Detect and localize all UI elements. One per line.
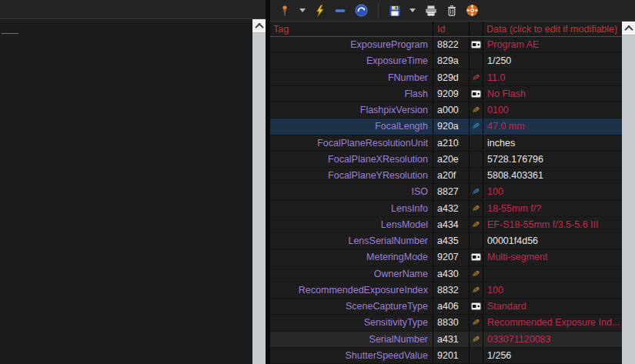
chevron-down-icon [299, 8, 306, 12]
icon-cell[interactable]: ✎ [470, 119, 483, 134]
tag-cell[interactable]: LensModel [270, 217, 433, 232]
data-cell[interactable] [483, 266, 622, 282]
icon-cell[interactable]: ✎ [470, 315, 483, 330]
tag-cell[interactable]: FNumber [270, 70, 433, 85]
sync-button[interactable] [353, 2, 369, 19]
list-choice-icon[interactable] [470, 37, 483, 52]
edit-pencil-icon: ✎ [472, 72, 481, 82]
tag-cell[interactable]: Flash [270, 86, 433, 102]
table-scrollbar[interactable] [622, 22, 635, 364]
table-row[interactable]: FlashpixVersion a000 ✎ 0100 [270, 102, 622, 119]
data-cell[interactable]: 1/250 [483, 53, 622, 68]
data-cell[interactable]: 100 [483, 282, 622, 298]
table-row[interactable]: LensSerialNumber a435 00001f4d56 [270, 233, 622, 249]
column-header-id[interactable]: Id [433, 22, 470, 36]
pin-dropdown-button[interactable] [298, 2, 307, 19]
id-cell: a20f [433, 168, 470, 183]
table-row[interactable]: FocalPlaneYResolution a20f 5808.403361 [270, 168, 622, 184]
data-cell[interactable]: 033071120083 [483, 332, 622, 347]
icon-cell[interactable]: ✎ [470, 266, 483, 282]
column-header-data[interactable]: Data (click to edit if modifiable) [483, 22, 622, 36]
list-choice-icon[interactable] [470, 299, 483, 314]
data-cell[interactable]: Multi-segment [483, 249, 622, 265]
table-row[interactable]: RecommendedExposureIndex 8832 ✎ 100 [270, 282, 622, 299]
data-cell[interactable]: 5728.176796 [483, 152, 622, 167]
table-row[interactable]: SerialNumber a431 ✎ 033071120083 [270, 332, 622, 348]
table-row[interactable]: FNumber 829d ✎ 11.0 [270, 70, 622, 86]
data-cell[interactable]: 18-55mm f/? [483, 201, 622, 216]
data-cell[interactable]: inches [483, 135, 622, 151]
column-header-icon[interactable] [470, 22, 483, 36]
data-cell[interactable]: 100 [483, 184, 622, 199]
help-button[interactable] [464, 2, 480, 19]
id-cell: 8822 [433, 37, 470, 52]
table-row[interactable]: SensitivityType 8830 ✎ Recommended Expos… [270, 315, 622, 331]
table-row[interactable]: OwnerName a430 ✎ [270, 266, 622, 282]
icon-cell[interactable]: ✎ [470, 70, 483, 85]
tag-cell[interactable]: SceneCaptureType [270, 299, 433, 314]
data-cell[interactable]: EF-S18-55mm f/3.5-5.6 III [483, 217, 622, 232]
tag-cell[interactable]: FocalPlaneYResolution [270, 168, 433, 183]
icon-cell[interactable]: ✎ [470, 282, 483, 298]
data-cell[interactable]: 1/256 [483, 348, 622, 363]
table-row[interactable]: LensInfo a432 ✎ 18-55mm f/? [270, 201, 622, 217]
tag-cell[interactable]: MeteringMode [270, 249, 433, 265]
list-choice-icon[interactable] [470, 249, 483, 265]
table-row[interactable]: ShutterSpeedValue 9201 1/256 [270, 348, 622, 364]
data-cell[interactable]: Standard [483, 299, 622, 314]
tag-cell[interactable]: RecommendedExposureIndex [270, 282, 433, 298]
data-cell[interactable]: 5808.403361 [483, 168, 622, 183]
data-cell[interactable]: Recommended Exposure Ind... [483, 315, 622, 330]
tag-cell[interactable]: FocalPlaneXResolution [270, 152, 433, 167]
list-choice-icon[interactable] [470, 86, 483, 102]
icon-cell[interactable]: ✎ [470, 201, 483, 216]
table-row[interactable]: ExposureProgram 8822 Program AE [270, 37, 622, 53]
table-row[interactable]: LensModel a434 ✎ EF-S18-55mm f/3.5-5.6 I… [270, 217, 622, 233]
data-cell[interactable]: 00001f4d56 [483, 233, 622, 249]
tag-cell[interactable]: FlashpixVersion [270, 102, 433, 118]
file-tree-panel[interactable] [0, 19, 252, 364]
print-button[interactable] [423, 2, 439, 19]
edit-pencil-icon: ✎ [472, 203, 481, 213]
table-row[interactable]: ISO 8827 ✎ 100 [270, 184, 622, 200]
left-panel-scrollbar[interactable] [252, 19, 266, 364]
data-cell[interactable]: 11.0 [483, 70, 622, 85]
tag-cell[interactable]: SerialNumber [270, 332, 433, 347]
edit-pencil-icon: ✎ [472, 318, 481, 328]
tag-cell[interactable]: LensSerialNumber [270, 233, 433, 249]
minus-button[interactable] [333, 2, 348, 19]
table-row[interactable]: SceneCaptureType a406 Standard [270, 299, 622, 315]
scroll-up-button[interactable] [252, 19, 266, 33]
tag-cell[interactable]: ISO [270, 184, 433, 199]
delete-button[interactable] [445, 2, 459, 19]
table-row[interactable]: ExposureTime 829a 1/250 [270, 53, 622, 69]
icon-cell[interactable]: ✎ [470, 102, 483, 118]
tag-cell[interactable]: OwnerName [270, 266, 433, 282]
table-row[interactable]: FocalPlaneXResolution a20e 5728.176796 [270, 152, 622, 168]
icon-cell[interactable]: ✎ [470, 332, 483, 347]
data-cell[interactable]: 0100 [483, 102, 622, 118]
table-row[interactable]: FocalPlaneResolutionUnit a210 inches [270, 135, 622, 152]
tag-cell[interactable]: FocalLength [270, 119, 433, 134]
data-cell[interactable]: No Flash [483, 86, 622, 102]
id-cell: a406 [433, 299, 470, 314]
table-row[interactable]: MeteringMode 9207 Multi-segment [270, 249, 622, 265]
data-cell[interactable]: Program AE [483, 37, 622, 52]
tag-cell[interactable]: ExposureTime [270, 53, 433, 68]
icon-cell[interactable]: ✎ [470, 184, 483, 199]
tag-cell[interactable]: FocalPlaneResolutionUnit [270, 135, 433, 151]
table-row[interactable]: Flash 9209 No Flash [270, 86, 622, 102]
tag-cell[interactable]: ExposureProgram [270, 37, 433, 52]
table-row[interactable]: FocalLength 920a ✎ 47.0 mm [270, 119, 622, 135]
save-button[interactable] [387, 2, 403, 19]
flash-button[interactable] [312, 2, 327, 19]
tag-cell[interactable]: ShutterSpeedValue [270, 348, 433, 363]
tag-cell[interactable]: LensInfo [270, 201, 433, 216]
save-dropdown-button[interactable] [408, 2, 417, 19]
icon-cell[interactable]: ✎ [470, 217, 483, 232]
pin-button[interactable] [277, 2, 292, 19]
tag-cell[interactable]: SensitivityType [270, 315, 433, 330]
scroll-up-button[interactable] [622, 22, 635, 35]
column-header-tag[interactable]: Tag [270, 22, 433, 36]
data-cell[interactable]: 47.0 mm [483, 119, 622, 134]
